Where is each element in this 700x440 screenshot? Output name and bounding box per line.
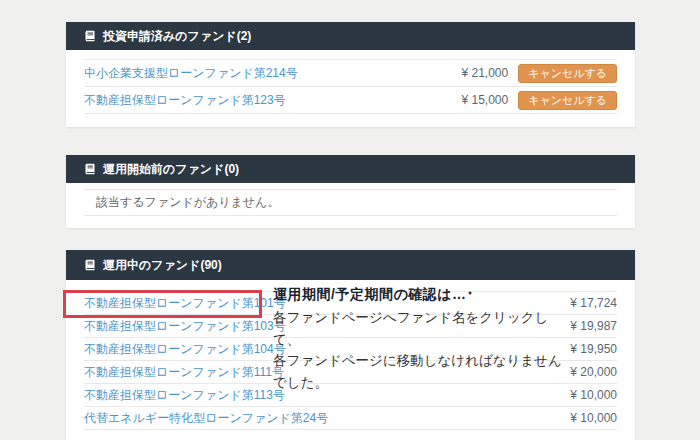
section-pre-operation-funds: 運用開始前のファンド(0) 該当するファンドがありません。	[66, 155, 635, 228]
empty-state-message: 該当するファンドがありません。	[84, 189, 617, 216]
section-header-pre-operation: 運用開始前のファンド(0)	[66, 155, 635, 183]
fund-amount: ¥ 20,000	[570, 365, 617, 379]
fund-row: 不動産担保型ローンファンド第123号 ¥ 15,000 キャンセルする	[84, 87, 617, 114]
annotation-line: 各ファンドページへファンド名をクリックして、	[273, 307, 573, 350]
section-applied-funds: 投資申請済みのファンド(2) 中小企業支援型ローンファンド第214号 ¥ 21,…	[66, 22, 635, 127]
fund-amount: ¥ 15,000	[461, 93, 508, 107]
fund-amount: ¥ 21,000	[461, 66, 508, 80]
section-body-applied: 中小企業支援型ローンファンド第214号 ¥ 21,000 キャンセルする 不動産…	[66, 50, 635, 127]
fund-amount: ¥ 19,950	[570, 342, 617, 356]
fund-link-101[interactable]: 不動産担保型ローンファンド第101号	[84, 295, 286, 312]
book-icon	[84, 163, 96, 175]
fund-amount: ¥ 10,000	[570, 388, 617, 402]
fund-link-113[interactable]: 不動産担保型ローンファンド第113号	[84, 387, 285, 404]
cancel-button[interactable]: キャンセルする	[518, 91, 617, 110]
section-title: 運用中のファンド(90)	[103, 257, 222, 274]
book-icon	[84, 259, 96, 271]
fund-amount: ¥ 10,000	[570, 411, 617, 425]
fund-amount: ¥ 17,724	[570, 296, 617, 310]
section-title: 運用開始前のファンド(0)	[103, 161, 239, 178]
annotation-note: 運用期間/予定期間の確認は…･ 各ファンドページへファンド名をクリックして、 各…	[273, 284, 573, 393]
book-icon	[84, 30, 96, 42]
fund-link-214[interactable]: 中小企業支援型ローンファンド第214号	[84, 65, 298, 82]
fund-row: 代替エネルギー特化型ローンファンド第24号 ¥ 10,000	[84, 407, 617, 430]
section-header-applied: 投資申請済みのファンド(2)	[66, 22, 635, 50]
section-title: 投資申請済みのファンド(2)	[103, 28, 251, 45]
annotation-line: でした。	[273, 372, 573, 394]
annotation-title: 運用期間/予定期間の確認は…･	[273, 284, 573, 304]
section-body-pre-operation: 該当するファンドがありません。	[66, 183, 635, 228]
annotation-line: 各ファンドページに移動しなければなりません	[273, 350, 573, 372]
fund-amount: ¥ 19,987	[570, 319, 617, 333]
fund-link-24[interactable]: 代替エネルギー特化型ローンファンド第24号	[84, 410, 328, 427]
fund-link-123[interactable]: 不動産担保型ローンファンド第123号	[84, 92, 286, 109]
fund-link-103[interactable]: 不動産担保型ローンファンド第103号	[84, 318, 286, 335]
section-header-operating: 運用中のファンド(90)	[66, 250, 635, 280]
fund-link-104[interactable]: 不動産担保型ローンファンド第104号	[84, 341, 286, 358]
fund-link-111[interactable]: 不動産担保型ローンファンド第111号	[84, 364, 284, 381]
my-funds-page: 投資申請済みのファンド(2) 中小企業支援型ローンファンド第214号 ¥ 21,…	[0, 0, 700, 440]
cancel-button[interactable]: キャンセルする	[518, 64, 617, 83]
fund-row: 中小企業支援型ローンファンド第214号 ¥ 21,000 キャンセルする	[84, 60, 617, 87]
